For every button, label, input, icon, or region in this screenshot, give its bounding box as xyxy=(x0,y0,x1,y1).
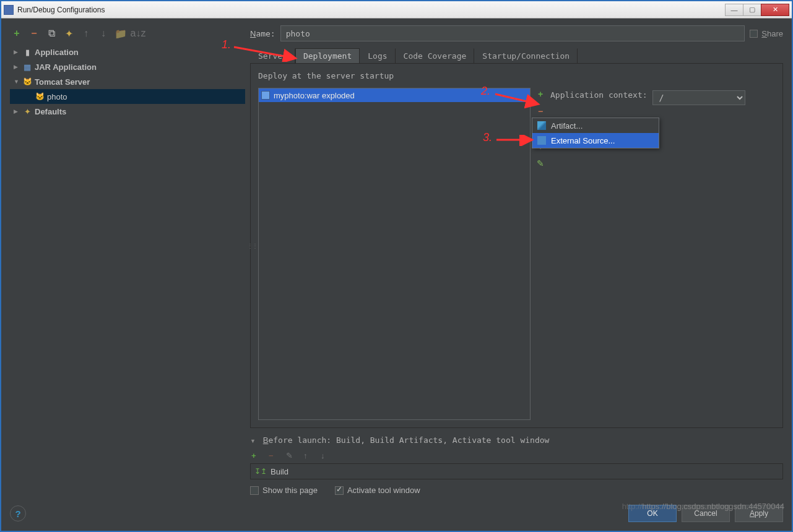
tree-item-application[interactable]: ▶ ▮ Application xyxy=(10,45,245,59)
add-deploy-popup: Artifact... External Source... xyxy=(532,118,659,148)
chevron-right-icon: ▶ xyxy=(14,49,20,55)
tree-item-tomcat-server[interactable]: ▼ 🐱 Tomcat Server xyxy=(10,74,245,89)
chevron-down-icon: ▼ xyxy=(250,438,256,444)
grip-icon[interactable]: ⋮⋮ xyxy=(247,242,257,249)
sort-icon[interactable]: a↓z xyxy=(132,28,144,39)
name-input[interactable] xyxy=(280,25,745,41)
help-button[interactable]: ? xyxy=(10,505,26,521)
remove-config-icon[interactable]: − xyxy=(28,28,40,39)
before-edit-icon[interactable]: ✎ xyxy=(286,451,295,460)
share-checkbox[interactable]: Share xyxy=(750,29,783,38)
external-source-icon xyxy=(537,136,546,145)
before-up-icon[interactable]: ↑ xyxy=(303,451,312,460)
before-launch-list[interactable]: ↧↥ Build xyxy=(250,463,783,479)
before-remove-icon[interactable]: − xyxy=(269,451,277,460)
share-box-icon xyxy=(750,30,758,38)
config-tree: ▶ ▮ Application ▶ ▦ JAR Application ▼ 🐱 … xyxy=(10,42,245,495)
right-column: Name: Share Server Deployment Logs Code … xyxy=(250,25,783,495)
activate-tool-window-checkbox[interactable]: Activate tool window xyxy=(335,486,420,495)
remove-deploy-icon[interactable]: − xyxy=(535,106,545,116)
tomcat-run-icon: 🐱 xyxy=(35,92,45,101)
close-button[interactable]: ✕ xyxy=(761,4,789,16)
left-column: + − ⧉ ✦ ↑ ↓ 📁 a↓z ▶ ▮ Application ▶ ▦ JA… xyxy=(10,25,245,495)
deploy-section-title: Deploy at the server startup xyxy=(258,71,775,80)
name-label: Name: xyxy=(250,29,275,38)
config-toolbar: + − ⧉ ✦ ↑ ↓ 📁 a↓z xyxy=(10,25,245,42)
tab-deployment[interactable]: Deployment xyxy=(295,48,360,63)
name-row: Name: Share xyxy=(250,25,783,42)
app-icon xyxy=(4,5,14,15)
add-config-icon[interactable]: + xyxy=(11,28,22,39)
app-context-select[interactable]: / xyxy=(652,90,745,105)
tab-logs[interactable]: Logs xyxy=(360,48,395,63)
jar-type-icon: ▦ xyxy=(22,62,32,72)
tree-item-photo[interactable]: 🐱 photo xyxy=(10,89,245,104)
tab-code-coverage[interactable]: Code Coverage xyxy=(396,48,475,63)
popup-artifact[interactable]: Artifact... xyxy=(532,118,659,133)
settings-icon[interactable]: ✦ xyxy=(63,28,74,39)
popup-external-source[interactable]: External Source... xyxy=(532,133,659,148)
app-type-icon: ▮ xyxy=(22,47,32,57)
deploy-item[interactable]: myphoto:war exploded xyxy=(259,88,530,102)
show-this-page-checkbox[interactable]: Show this page xyxy=(250,486,318,495)
checkbox-icon xyxy=(250,486,259,495)
titlebar: Run/Debug Configurations — ▢ ✕ xyxy=(1,1,792,19)
minimize-button[interactable]: — xyxy=(725,4,743,16)
chevron-right-icon: ▶ xyxy=(14,64,20,70)
tree-item-defaults[interactable]: ▶ ✦ Defaults xyxy=(10,104,245,119)
tab-server[interactable]: Server xyxy=(250,48,295,63)
deployment-panel: ⋮⋮ Deploy at the server startup myphoto:… xyxy=(250,64,783,428)
before-down-icon[interactable]: ↓ xyxy=(321,451,329,460)
defaults-icon: ✦ xyxy=(22,106,32,116)
window-title: Run/Debug Configurations xyxy=(17,6,726,14)
copy-config-icon[interactable]: ⧉ xyxy=(46,28,57,39)
tab-startup-connection[interactable]: Startup/Connection xyxy=(474,48,578,63)
folder-icon[interactable]: 📁 xyxy=(115,28,126,39)
checkbox-checked-icon xyxy=(335,486,344,495)
add-deploy-icon[interactable]: + xyxy=(535,89,545,99)
maximize-button[interactable]: ▢ xyxy=(743,4,761,16)
chevron-down-icon: ▼ xyxy=(14,79,20,85)
app-context-label: Application context: xyxy=(550,90,648,100)
tomcat-icon: 🐱 xyxy=(22,77,32,87)
before-launch-section: ▼ Before launch: Build, Build Artifacts,… xyxy=(250,435,783,495)
watermark: http://https://blog.csdps.nbtloggsdn.445… xyxy=(622,502,784,511)
before-add-icon[interactable]: + xyxy=(251,451,260,460)
before-launch-title[interactable]: ▼ Before launch: Build, Build Artifacts,… xyxy=(250,435,783,445)
edit-deploy-icon[interactable]: ✎ xyxy=(535,158,545,168)
chevron-right-icon: ▶ xyxy=(14,108,20,114)
artifact-icon xyxy=(537,121,546,130)
move-down-icon[interactable]: ↓ xyxy=(98,28,109,39)
build-icon: ↧↥ xyxy=(254,467,267,476)
move-up-icon[interactable]: ↑ xyxy=(80,28,92,39)
dialog-body: + − ⧉ ✦ ↑ ↓ 📁 a↓z ▶ ▮ Application ▶ ▦ JA… xyxy=(2,19,791,530)
deploy-list[interactable]: myphoto:war exploded xyxy=(258,88,531,420)
tree-item-jar-application[interactable]: ▶ ▦ JAR Application xyxy=(10,59,245,74)
tab-bar: Server Deployment Logs Code Coverage Sta… xyxy=(250,48,783,64)
artifact-icon xyxy=(261,91,270,100)
